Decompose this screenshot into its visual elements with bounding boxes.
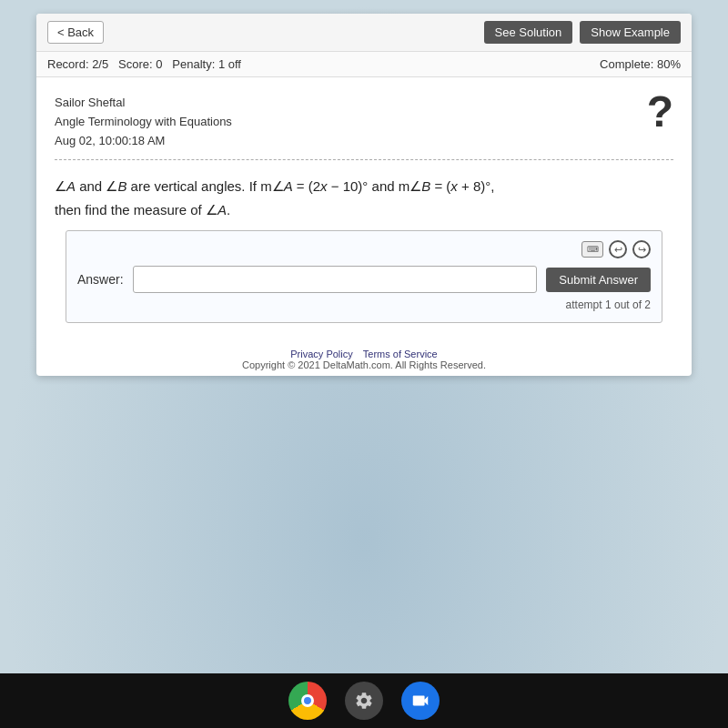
footer: Privacy Policy Terms of Service Copyrigh… — [36, 339, 692, 376]
attempt-text: attempt 1 out of 2 — [77, 298, 651, 311]
answer-tools: ⌨ ↩ ↪ — [77, 240, 651, 258]
main-content: < Back See Solution Show Example Record:… — [0, 0, 728, 673]
help-icon[interactable]: ? — [647, 90, 673, 134]
student-name: Sailor Sheftal — [55, 94, 673, 113]
student-date: Aug 02, 10:00:18 AM — [55, 132, 673, 151]
question-card: < Back See Solution Show Example Record:… — [36, 14, 692, 376]
question-area: ? Sailor Sheftal Angle Terminology with … — [36, 77, 692, 339]
toolbar-right: See Solution Show Example — [484, 21, 681, 44]
record-bar: Record: 2/5 Score: 0 Penalty: 1 off Comp… — [36, 52, 692, 77]
privacy-link[interactable]: Privacy Policy — [290, 349, 352, 359]
chrome-icon[interactable] — [288, 682, 327, 720]
keyboard-tool[interactable]: ⌨ — [581, 241, 603, 258]
student-info: Sailor Sheftal Angle Terminology with Eq… — [55, 94, 673, 150]
terms-link[interactable]: Terms of Service — [363, 349, 438, 359]
complete-label: Complete: 80% — [600, 57, 681, 71]
question-part1: ∠A and ∠B are vertical angles. If m∠A = … — [55, 178, 494, 194]
question-part2: then find the measure of ∠A. — [55, 202, 230, 217]
settings-icon[interactable] — [345, 682, 383, 720]
copyright-text: Copyright © 2021 DeltaMath.com. All Righ… — [36, 359, 692, 370]
redo-button[interactable]: ↪ — [632, 240, 651, 258]
footer-links: Privacy Policy Terms of Service — [36, 349, 692, 359]
toolbar: < Back See Solution Show Example — [36, 14, 692, 52]
score-label: Score: 0 — [118, 57, 162, 71]
undo-button[interactable]: ↩ — [609, 240, 627, 258]
answer-area: ⌨ ↩ ↪ Answer: Submit Answer attempt 1 ou… — [66, 230, 662, 323]
question-text: ∠A and ∠B are vertical angles. If m∠A = … — [55, 175, 673, 221]
back-button[interactable]: < Back — [47, 21, 104, 44]
record-info: Record: 2/5 Score: 0 Penalty: 1 off — [47, 57, 241, 71]
answer-input[interactable] — [133, 266, 538, 293]
meet-icon[interactable] — [401, 682, 440, 720]
penalty-label: Penalty: 1 off — [172, 57, 241, 71]
answer-row: Answer: Submit Answer — [77, 266, 651, 293]
answer-label: Answer: — [77, 272, 124, 287]
gear-svg — [354, 691, 374, 711]
taskbar — [0, 673, 728, 728]
submit-answer-button[interactable]: Submit Answer — [546, 268, 651, 292]
student-topic: Angle Terminology with Equations — [55, 113, 673, 132]
meet-svg — [410, 691, 430, 711]
show-example-button[interactable]: Show Example — [580, 21, 681, 44]
see-solution-button[interactable]: See Solution — [484, 21, 573, 44]
record-label: Record: 2/5 — [47, 57, 108, 71]
divider — [55, 159, 673, 160]
